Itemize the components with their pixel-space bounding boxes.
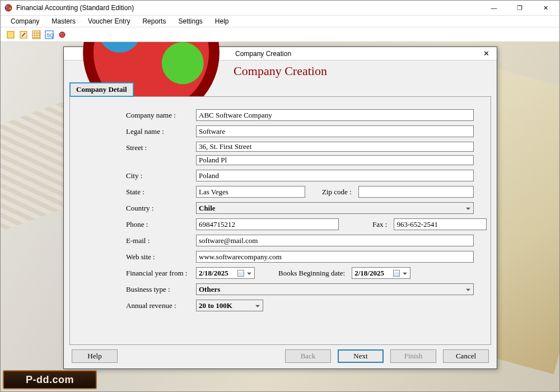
fy-from-datepicker[interactable]: 2/18/2025 — [196, 267, 255, 279]
label-state: State : — [126, 188, 196, 197]
wizard-buttons: Help Back Next Finish Cancel — [64, 345, 497, 368]
zip-input[interactable] — [358, 186, 474, 198]
fy-from-value: 2/18/2025 — [199, 269, 228, 278]
toolbar-grid-icon[interactable] — [31, 29, 42, 40]
window-controls: — ❐ ✕ — [481, 1, 558, 16]
close-button[interactable]: ✕ — [533, 1, 558, 16]
canvas: Company Creation ✕ Company Creation Comp… — [1, 42, 559, 391]
business-type-select[interactable]: Others — [196, 283, 474, 295]
street2-input[interactable] — [196, 155, 474, 165]
svg-rect-3 — [7, 31, 14, 38]
label-fax: Fax : — [339, 220, 394, 229]
help-button[interactable]: Help — [72, 349, 118, 363]
main-window: Financial Accounting (Standard Edition) … — [0, 0, 560, 392]
books-begin-value: 2/18/2025 — [354, 269, 384, 278]
menu-masters[interactable]: Masters — [46, 16, 81, 26]
svg-point-2 — [9, 7, 11, 10]
watermark: P-dd.com — [3, 370, 97, 389]
business-type-value: Others — [199, 285, 220, 294]
menu-reports[interactable]: Reports — [137, 16, 171, 26]
label-fy-from: Financial year from : — [126, 269, 196, 278]
toolbar: SQ — [1, 27, 559, 42]
dialog-heading: Company Creation — [64, 60, 497, 81]
menu-company[interactable]: Company — [5, 16, 45, 26]
state-input[interactable] — [196, 186, 305, 198]
label-city: City : — [126, 171, 196, 180]
dialog-titlebar: Company Creation ✕ — [64, 47, 497, 60]
toolbar-settings-icon[interactable] — [57, 29, 68, 40]
label-website: Web site : — [126, 253, 196, 262]
menu-voucher-entry[interactable]: Voucher Entry — [82, 16, 136, 26]
label-legal-name: Legal name : — [126, 127, 196, 136]
label-phone: Phone : — [126, 220, 196, 229]
form-panel: Company name : Legal name : Street : — [69, 96, 491, 345]
label-company-name: Company name : — [126, 111, 196, 120]
country-value: Chile — [199, 204, 216, 213]
cancel-button[interactable]: Cancel — [443, 349, 489, 363]
menubar: Company Masters Voucher Entry Reports Se… — [1, 16, 559, 27]
maximize-button[interactable]: ❐ — [507, 1, 533, 16]
calendar-icon — [237, 270, 244, 277]
back-button[interactable]: Back — [285, 349, 331, 363]
dialog-title: Company Creation — [235, 50, 478, 58]
toolbar-query-icon[interactable]: SQ — [44, 29, 55, 40]
finish-button[interactable]: Finish — [390, 349, 436, 363]
dialog-close-button[interactable]: ✕ — [478, 48, 494, 60]
tab-company-detail[interactable]: Company Detail — [69, 82, 134, 97]
company-creation-dialog: Company Creation ✕ Company Creation Comp… — [63, 46, 497, 369]
label-books-begin: Books Beginning date: — [255, 269, 352, 278]
website-input[interactable] — [196, 251, 474, 263]
fax-input[interactable] — [394, 218, 487, 230]
next-button[interactable]: Next — [338, 349, 384, 363]
street1-input[interactable] — [196, 142, 474, 152]
label-email: E-mail : — [126, 236, 196, 245]
label-street: Street : — [126, 142, 196, 152]
app-icon — [4, 3, 13, 12]
svg-point-8 — [59, 32, 65, 38]
label-annual-revenue: Annual revenue : — [126, 301, 196, 310]
svg-point-1 — [6, 6, 8, 8]
annual-revenue-value: 20 to 100K — [199, 301, 232, 310]
app-title: Financial Accounting (Standard Edition) — [16, 4, 481, 12]
email-input[interactable] — [196, 235, 474, 246]
menu-settings[interactable]: Settings — [172, 16, 208, 26]
books-begin-datepicker[interactable]: 2/18/2025 — [352, 267, 410, 279]
calendar-icon — [393, 270, 400, 277]
toolbar-edit-icon[interactable] — [18, 29, 29, 40]
toolbar-new-icon[interactable] — [5, 29, 16, 40]
label-business-type: Business type : — [126, 285, 196, 294]
city-input[interactable] — [196, 170, 474, 181]
tab-strip: Company Detail — [64, 82, 497, 96]
country-select[interactable]: Chile — [196, 202, 474, 214]
menu-help[interactable]: Help — [209, 16, 235, 26]
svg-text:SQ: SQ — [46, 32, 54, 38]
dialog-body: Company Creation Company Detail Company … — [64, 60, 497, 368]
company-name-input[interactable] — [196, 109, 474, 121]
label-zip: Zip code : — [305, 188, 358, 197]
phone-input[interactable] — [196, 218, 339, 230]
label-country: Country : — [126, 204, 196, 213]
minimize-button[interactable]: — — [481, 1, 507, 16]
legal-name-input[interactable] — [196, 125, 474, 137]
titlebar: Financial Accounting (Standard Edition) … — [1, 1, 559, 16]
annual-revenue-select[interactable]: 20 to 100K — [196, 300, 263, 311]
svg-point-9 — [60, 32, 62, 34]
